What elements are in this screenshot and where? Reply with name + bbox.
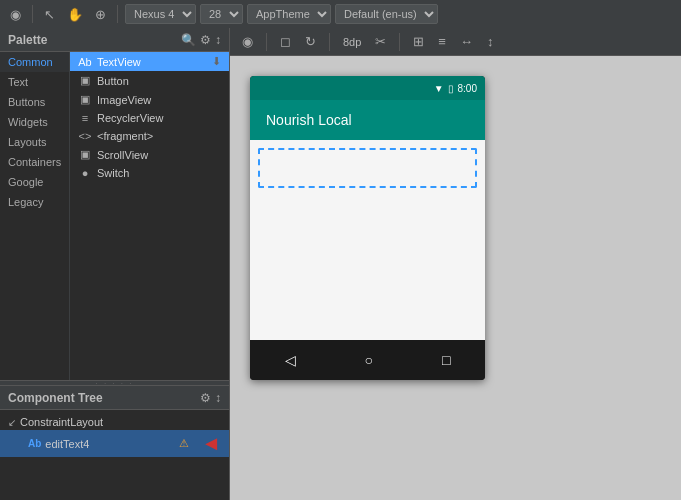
textview-drag-icon: ⬇	[212, 55, 221, 68]
hand-btn[interactable]: ✋	[63, 6, 87, 23]
palette-cat-layouts[interactable]: Layouts	[0, 132, 69, 152]
eye-toggle-btn[interactable]: ◉	[6, 6, 25, 23]
wifi-icon: ▼	[434, 83, 444, 94]
component-tree-panel: Component Tree ⚙ ↕ ↙ ConstraintLayout Ab…	[0, 386, 229, 500]
palette-cat-containers[interactable]: Containers	[0, 152, 69, 172]
warning-icon: ⚠	[179, 437, 189, 450]
palette-item-scrollview[interactable]: ▣ ScrollView	[70, 145, 229, 164]
device-frame: ▼ ▯ 8:00 Nourish Local ◁ ○ □	[250, 76, 485, 380]
palette-header: Palette 🔍 ⚙ ↕	[0, 28, 229, 52]
constraints-btn[interactable]: ≡	[434, 33, 450, 50]
palette-item-recyclerview-label: RecyclerView	[97, 112, 163, 124]
palette-cat-legacy[interactable]: Legacy	[0, 192, 69, 212]
palette-item-imageview-label: ImageView	[97, 94, 151, 106]
edittext4-widget[interactable]	[258, 148, 477, 188]
theme-select[interactable]: AppTheme	[247, 4, 331, 24]
blueprint-btn[interactable]: ◻	[276, 33, 295, 50]
design-sep-2	[329, 33, 330, 51]
vert-chain-btn[interactable]: ↕	[483, 33, 498, 50]
palette-cat-buttons[interactable]: Buttons	[0, 92, 69, 112]
design-canvas[interactable]: ▼ ▯ 8:00 Nourish Local ◁ ○ □	[230, 56, 681, 500]
scrollview-icon: ▣	[78, 148, 92, 161]
tree-item-edittext4[interactable]: Ab editText4 ⚠ ◄	[0, 430, 229, 457]
palette-settings-icon[interactable]: ⚙	[200, 33, 211, 47]
grid-btn[interactable]: ⊞	[409, 33, 428, 50]
design-view-btn[interactable]: ◉	[238, 33, 257, 50]
device-content	[250, 140, 485, 340]
main-content: Palette 🔍 ⚙ ↕ Common Text Buttons Widget…	[0, 28, 681, 500]
device-select[interactable]: Nexus 4	[125, 4, 196, 24]
palette-header-icons: 🔍 ⚙ ↕	[181, 33, 221, 47]
top-toolbar: ◉ ↖ ✋ ⊕ Nexus 4 28 AppTheme Default (en-…	[0, 0, 681, 28]
palette-item-imageview[interactable]: ▣ ImageView	[70, 90, 229, 109]
appbar-title: Nourish Local	[266, 112, 352, 128]
zoom-level-btn[interactable]: 8dp	[339, 34, 365, 50]
imageview-icon: ▣	[78, 93, 92, 106]
constraint-layout-icon: ↙	[8, 417, 16, 428]
tree-item-constraintlayout[interactable]: ↙ ConstraintLayout	[0, 414, 229, 430]
component-tree-settings-icon[interactable]: ⚙	[200, 391, 211, 405]
battery-icon: ▯	[448, 83, 454, 94]
palette-item-switch-label: Switch	[97, 167, 129, 179]
palette-cat-google[interactable]: Google	[0, 172, 69, 192]
palette-title: Palette	[8, 33, 47, 47]
zoom-btn[interactable]: ⊕	[91, 6, 110, 23]
palette-expand-icon[interactable]: ↕	[215, 33, 221, 47]
component-tree-header-icons: ⚙ ↕	[200, 391, 221, 405]
palette-item-scrollview-label: ScrollView	[97, 149, 148, 161]
palette-items-list: Ab TextView ⬇ ▣ Button ▣ ImageView ≡ Rec…	[70, 52, 229, 380]
palette-search-icon[interactable]: 🔍	[181, 33, 196, 47]
fragment-icon: <>	[78, 130, 92, 142]
design-sep-1	[266, 33, 267, 51]
cursor-btn[interactable]: ↖	[40, 6, 59, 23]
palette-item-switch[interactable]: ● Switch	[70, 164, 229, 182]
locale-select[interactable]: Default (en-us)	[335, 4, 438, 24]
device-appbar: Nourish Local	[250, 100, 485, 140]
palette-cat-common[interactable]: Common	[0, 52, 69, 72]
nav-back-btn[interactable]: ◁	[285, 352, 296, 368]
nav-recents-btn[interactable]: □	[442, 352, 450, 368]
device-statusbar: ▼ ▯ 8:00	[250, 76, 485, 100]
edittext-icon: Ab	[28, 438, 41, 449]
component-tree-title: Component Tree	[8, 391, 103, 405]
palette-cat-widgets[interactable]: Widgets	[0, 112, 69, 132]
palette-item-fragment[interactable]: <> <fragment>	[70, 127, 229, 145]
horiz-chain-btn[interactable]: ↔	[456, 33, 477, 50]
nav-home-btn[interactable]: ○	[365, 352, 373, 368]
palette-item-button-label: Button	[97, 75, 129, 87]
device-navbar: ◁ ○ □	[250, 340, 485, 380]
red-arrow-indicator: ◄	[201, 432, 221, 455]
tree-item-constraintlayout-label: ConstraintLayout	[20, 416, 103, 428]
palette-panel: Palette 🔍 ⚙ ↕ Common Text Buttons Widget…	[0, 28, 230, 500]
button-icon: ▣	[78, 74, 92, 87]
palette-item-fragment-label: <fragment>	[97, 130, 153, 142]
palette-cat-text[interactable]: Text	[0, 72, 69, 92]
recyclerview-icon: ≡	[78, 112, 92, 124]
palette-item-recyclerview[interactable]: ≡ RecyclerView	[70, 109, 229, 127]
switch-icon: ●	[78, 167, 92, 179]
design-area: ◉ ◻ ↻ 8dp ✂ ⊞ ≡ ↔ ↕ ▼ ▯ 8:00	[230, 28, 681, 500]
component-tree-content: ↙ ConstraintLayout Ab editText4 ⚠ ◄	[0, 410, 229, 500]
toolbar-sep-2	[117, 5, 118, 23]
palette-item-button[interactable]: ▣ Button	[70, 71, 229, 90]
design-sep-3	[399, 33, 400, 51]
component-tree-expand-icon[interactable]: ↕	[215, 391, 221, 405]
design-toolbar: ◉ ◻ ↻ 8dp ✂ ⊞ ≡ ↔ ↕	[230, 28, 681, 56]
textview-icon: Ab	[78, 56, 92, 68]
toolbar-sep-1	[32, 5, 33, 23]
api-select[interactable]: 28	[200, 4, 243, 24]
palette-item-textview[interactable]: Ab TextView ⬇	[70, 52, 229, 71]
tree-item-edittext4-label: editText4	[45, 438, 89, 450]
palette-top: Common Text Buttons Widgets Layouts Cont…	[0, 52, 229, 380]
palette-categories: Common Text Buttons Widgets Layouts Cont…	[0, 52, 70, 380]
statusbar-time: 8:00	[458, 83, 477, 94]
force-refresh-btn[interactable]: ↻	[301, 33, 320, 50]
component-tree-header: Component Tree ⚙ ↕	[0, 386, 229, 410]
palette-item-textview-label: TextView	[97, 56, 141, 68]
scissors-btn[interactable]: ✂	[371, 33, 390, 50]
